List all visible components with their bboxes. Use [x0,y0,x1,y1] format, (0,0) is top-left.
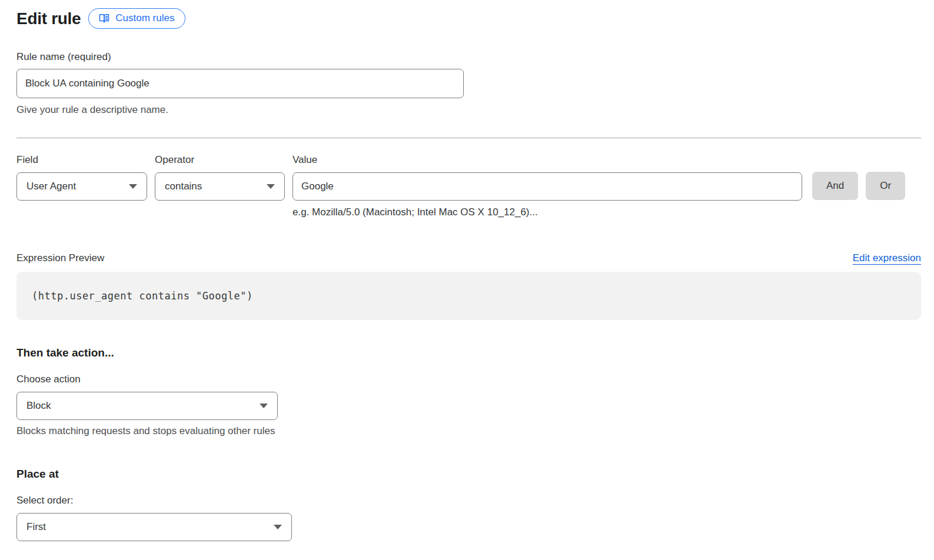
expression-code-block: (http.user_agent contains "Google") [16,272,921,320]
logic-buttons-group: And Or [812,172,905,200]
field-label: Field [16,154,147,166]
field-select[interactable]: User Agent [16,172,147,201]
page-title: Edit rule [16,9,81,28]
book-open-icon [98,12,110,24]
take-action-heading: Then take action... [16,346,921,359]
operator-column: Operator contains [155,154,285,201]
chevron-down-icon [267,184,275,189]
expression-code-text: (http.user_agent contains "Google") [32,290,253,302]
edit-expression-link[interactable]: Edit expression [853,252,921,264]
custom-rules-badge-label: Custom rules [115,12,174,24]
and-button[interactable]: And [812,172,858,200]
value-column: Value e.g. Mozilla/5.0 (Macintosh; Intel… [293,154,802,218]
action-selected-value: Block [26,400,51,412]
operator-selected-value: contains [165,181,202,192]
action-help-text: Blocks matching requests and stops evalu… [16,425,921,437]
chevron-down-icon [274,525,282,529]
order-selected-value: First [26,521,46,533]
place-at-heading: Place at [16,468,921,481]
operator-select[interactable]: contains [155,172,285,201]
action-select[interactable]: Block [16,392,278,420]
or-button[interactable]: Or [866,172,905,200]
rule-name-label: Rule name (required) [16,51,921,63]
edit-rule-page: Edit rule Custom rules Rule name (requir… [16,0,921,541]
value-help-text: e.g. Mozilla/5.0 (Macintosh; Intel Mac O… [293,206,802,218]
section-divider [16,138,921,138]
page-header: Edit rule Custom rules [16,8,921,29]
rule-name-help-text: Give your rule a descriptive name. [16,104,921,116]
chevron-down-icon [129,184,137,189]
field-column: Field User Agent [16,154,147,201]
field-selected-value: User Agent [26,181,76,192]
order-select[interactable]: First [16,513,292,541]
expression-preview-row: Expression Preview Edit expression [16,252,921,264]
select-order-label: Select order: [16,495,921,506]
operator-label: Operator [155,154,285,166]
expression-preview-label: Expression Preview [16,252,104,264]
chevron-down-icon [260,404,268,408]
value-input[interactable] [293,172,802,201]
rule-name-input[interactable] [16,69,464,98]
value-label: Value [293,154,802,166]
custom-rules-badge-button[interactable]: Custom rules [88,8,185,29]
condition-builder-row: Field User Agent Operator contains Value… [16,154,921,218]
choose-action-label: Choose action [16,374,921,385]
